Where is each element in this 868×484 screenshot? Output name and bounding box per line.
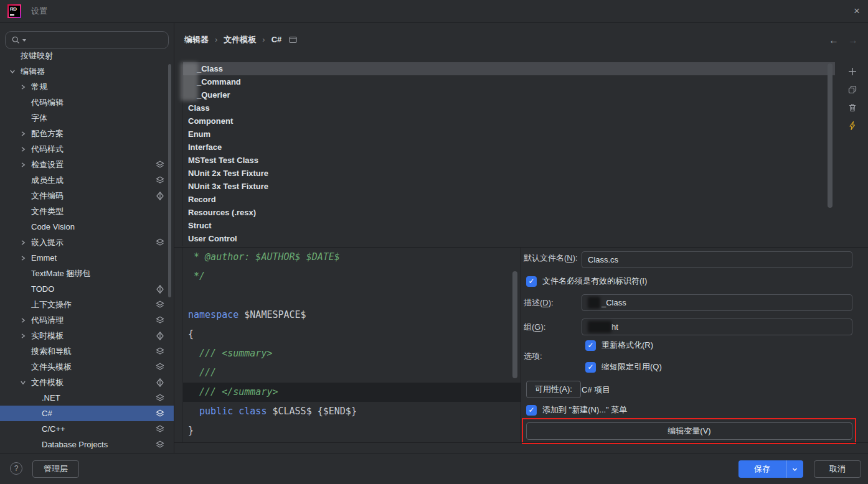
sidebar-item-code-vision[interactable]: Code Vision	[0, 219, 174, 235]
modified-icon	[155, 191, 165, 201]
group-input[interactable]: ht	[582, 319, 852, 335]
sidebar-item-search-navigation[interactable]: 搜索和导航	[0, 343, 174, 359]
editor-scrollbar[interactable]	[512, 271, 517, 378]
sidebar-item-color-scheme[interactable]: 配色方案	[0, 126, 174, 141]
template-item[interactable]: Class	[183, 101, 835, 114]
chevron-right-icon[interactable]	[19, 333, 27, 339]
template-item[interactable]: Component	[183, 114, 835, 128]
template-item-label: MSTest Test Class	[188, 156, 258, 165]
template-item[interactable]: Enum	[183, 128, 835, 141]
sidebar-item-textmate-bundles[interactable]: TextMate 捆绑包	[0, 266, 174, 281]
breadcrumb-item[interactable]: C#	[271, 34, 282, 45]
save-button[interactable]: 保存	[738, 460, 786, 478]
back-arrow-icon[interactable]: ←	[829, 35, 839, 46]
delete-icon[interactable]	[847, 103, 857, 113]
sidebar-item-code-cleanup[interactable]: 代码清理	[0, 312, 174, 328]
sidebar-item-database-projects[interactable]: Database Projects	[0, 437, 174, 452]
cancel-button[interactable]: 取消	[814, 460, 861, 478]
template-item[interactable]: Struct	[183, 219, 835, 232]
checkbox-checked-icon[interactable]: ✓	[585, 340, 596, 351]
copy-icon[interactable]	[847, 85, 857, 95]
template-item[interactable]: MSTest Test Class	[183, 154, 835, 167]
sidebar-item-members-generation[interactable]: 成员生成	[0, 172, 174, 188]
template-details-panel: 默认文件名(N): Class.cs ✓ 文件名必须是有效的标识符(I) 描述(…	[522, 248, 868, 444]
valid-identifier-checkbox[interactable]: ✓ 文件名必须是有效的标识符(I)	[526, 276, 647, 287]
availability-button[interactable]: 可用性(A):	[526, 381, 581, 398]
sidebar-item-csharp[interactable]: C#	[0, 406, 174, 421]
sidebar-item-file-types[interactable]: 文件类型	[0, 203, 174, 219]
template-item[interactable]: _Querier	[183, 88, 835, 101]
sidebar-item-keymap[interactable]: 按键映射	[0, 52, 174, 63]
template-item[interactable]: Record	[183, 193, 835, 206]
sidebar-item-c-cpp[interactable]: C/C++	[0, 421, 174, 437]
description-input[interactable]: _Class	[582, 294, 852, 311]
chevron-down-icon[interactable]	[9, 68, 16, 75]
modified-icon	[155, 331, 165, 341]
sidebar-item-inspection-settings[interactable]: 检查设置	[0, 157, 174, 172]
chevron-right-icon[interactable]	[19, 84, 27, 90]
template-item[interactable]: _Command	[183, 75, 835, 88]
sidebar-item-code-style[interactable]: 代码样式	[0, 141, 174, 157]
redaction-blur	[181, 62, 198, 101]
chevron-right-icon[interactable]	[19, 146, 27, 152]
template-item[interactable]: NUnit 2x Test Fixture	[183, 167, 835, 180]
sidebar-item-live-templates[interactable]: 实时模板	[0, 328, 174, 343]
template-item[interactable]: Resources (.resx)	[183, 206, 835, 219]
template-item-label: _Class	[197, 64, 223, 73]
search-icon	[11, 35, 21, 45]
sidebar-item-file-header-templates[interactable]: 文件头模板	[0, 359, 174, 375]
sidebar-item-editor[interactable]: 编辑器	[0, 63, 174, 79]
add-icon[interactable]	[847, 67, 857, 77]
template-item[interactable]: _Class	[183, 62, 835, 75]
save-dropdown-button[interactable]	[786, 460, 803, 478]
layers-icon	[155, 175, 165, 185]
sidebar-item-code-editing[interactable]: 代码编辑	[0, 95, 174, 110]
sidebar-item-todo[interactable]: TODO	[0, 281, 174, 297]
chevron-right-icon[interactable]	[19, 255, 27, 261]
template-item[interactable]: NUnit 3x Test Fixture	[183, 180, 835, 193]
edit-variables-button[interactable]: 编辑变量(V)	[526, 422, 852, 440]
chevron-right-icon[interactable]	[19, 240, 27, 246]
chevron-right-icon[interactable]	[19, 131, 27, 137]
sidebar-item-label: 配色方案	[31, 128, 64, 139]
sidebar-item-label: 上下文操作	[31, 299, 72, 310]
sidebar-item-emmet[interactable]: Emmet	[0, 250, 174, 266]
chevron-right-icon[interactable]	[19, 162, 27, 168]
sidebar-item-file-encodings[interactable]: 文件编码	[0, 188, 174, 203]
template-code-editor[interactable]: * @author: $AUTHOR$ $DATE$ */namespace $…	[182, 248, 521, 442]
horizontal-separator	[174, 442, 868, 443]
template-item[interactable]: Interface	[183, 141, 835, 154]
sidebar-item-general[interactable]: 常规	[0, 79, 174, 95]
checkbox-checked-icon[interactable]: ✓	[526, 405, 537, 416]
layers-icon	[155, 440, 165, 450]
sidebar-item-label: 编辑器	[21, 66, 45, 77]
chevron-right-icon[interactable]	[19, 317, 27, 323]
sidebar-item-context-actions[interactable]: 上下文操作	[0, 297, 174, 312]
sidebar-item-dotnet[interactable]: .NET	[0, 390, 174, 406]
sidebar-item-label: 文件模板	[31, 377, 64, 388]
forward-arrow-icon[interactable]: →	[848, 35, 858, 46]
breadcrumb-item[interactable]: 文件模板	[224, 34, 256, 45]
template-item[interactable]: User Control	[183, 232, 835, 245]
checkbox-checked-icon[interactable]: ✓	[526, 276, 537, 287]
reformat-checkbox[interactable]: ✓ 重新格式化(R)	[585, 340, 653, 351]
add-to-new-menu-checkbox[interactable]: ✓ 添加到 "新建(N)..." 菜单	[526, 404, 627, 416]
sidebar-item-font[interactable]: 字体	[0, 110, 174, 126]
chevron-down-icon[interactable]	[19, 379, 27, 386]
help-icon[interactable]: ?	[10, 462, 22, 475]
breadcrumb-item[interactable]: 编辑器	[184, 34, 209, 45]
sidebar-item-inlay-hints[interactable]: 嵌入提示	[0, 235, 174, 250]
sidebar-item-file-templates[interactable]: 文件模板	[0, 375, 174, 390]
close-icon[interactable]: ×	[854, 5, 860, 17]
template-list-scrollbar[interactable]	[828, 63, 833, 208]
copy-settings-path-icon[interactable]	[289, 36, 297, 44]
settings-search-input[interactable]	[5, 31, 169, 49]
shorten-references-checkbox[interactable]: ✓ 缩短限定引用(Q)	[585, 361, 662, 373]
search-options-caret-icon[interactable]	[22, 39, 26, 42]
layers-icon	[155, 409, 165, 419]
checkbox-checked-icon[interactable]: ✓	[585, 362, 596, 373]
default-filename-input[interactable]: Class.cs	[582, 251, 852, 268]
sidebar-scrollbar[interactable]	[168, 64, 171, 297]
manage-layers-button[interactable]: 管理层	[32, 460, 79, 478]
lightning-icon[interactable]	[847, 121, 857, 131]
